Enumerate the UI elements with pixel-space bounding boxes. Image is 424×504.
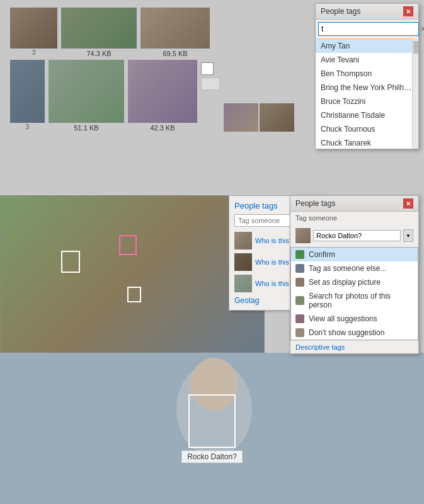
confirm-icon	[295, 249, 305, 260]
popup-2-close-button[interactable]: ✕	[403, 198, 413, 209]
set-display-label: Set as display picture	[309, 278, 381, 287]
tag-someone-else-icon	[295, 263, 305, 273]
photo-size-6: 42.3 KB	[150, 124, 175, 132]
search-icon-img	[295, 296, 304, 305]
photo-size-2: 74.3 KB	[86, 50, 111, 57]
ad-placeholder	[201, 77, 220, 90]
popup-2-header: People tags ✕	[290, 196, 418, 212]
popup-2-tag-row: Rocko Dalton? ▼	[290, 224, 418, 247]
face-box-1	[61, 251, 80, 273]
middle-section: People tags Who is this? Who is this? Wh…	[0, 195, 424, 353]
popup-1-search-box: ✕	[316, 20, 418, 38]
photo-count-1: 3	[32, 49, 36, 56]
checkbox-item[interactable]	[201, 62, 214, 75]
dropdown-container: Amy Tan Avie Tevani Ben Thompson Bring t…	[316, 38, 418, 149]
people-dropdown-list: Amy Tan Avie Tevani Ben Thompson Bring t…	[316, 38, 418, 149]
context-dont-show[interactable]: Don't show suggestion	[291, 326, 418, 340]
tag-icon-img	[295, 264, 304, 273]
view-suggestions-label: View all suggestions	[309, 314, 377, 323]
photo-thumb-3[interactable]	[140, 8, 210, 49]
view-suggestions-icon	[295, 314, 305, 324]
photo-item-5[interactable]: 51.1 KB	[49, 60, 124, 132]
popup-1-title: People tags	[321, 7, 360, 16]
who-is-this-3[interactable]: Who is this?	[255, 280, 293, 287]
who-is-this-1[interactable]: Who is this?	[255, 237, 293, 244]
descriptive-tags-link[interactable]: Descriptive tags	[290, 340, 418, 353]
people-tags-popup-1: People tags ✕ ✕ Amy Tan Avie Tevani Ben …	[315, 3, 419, 149]
dont-show-icon-img	[295, 328, 304, 337]
context-set-display[interactable]: Set as display picture	[291, 275, 418, 289]
suggestions-icon-img	[295, 314, 304, 323]
photo-thumb-5[interactable]	[49, 60, 124, 123]
photo-item-2[interactable]: 74.3 KB	[61, 8, 137, 57]
photo-thumb-2[interactable]	[61, 8, 137, 49]
dropdown-item-avie[interactable]: Avie Tevani	[316, 53, 418, 67]
context-confirm[interactable]: Confirm	[291, 248, 418, 261]
rocko-label: Rocko Dalton?	[181, 450, 243, 463]
search-clear-icon[interactable]: ✕	[420, 24, 424, 34]
popup-1-close-button[interactable]: ✕	[403, 6, 413, 16]
confirm-label: Confirm	[309, 250, 335, 259]
popup-2-title: People tags	[295, 199, 335, 208]
face-recognition-box: Rocko Dalton?	[181, 394, 243, 463]
main-photo-panel	[0, 195, 265, 353]
scrollbar[interactable]	[412, 38, 418, 149]
face-thumb-2	[234, 253, 252, 271]
context-menu: Confirm Tag as someone else... Set as di…	[290, 247, 418, 340]
who-is-this-2[interactable]: Who is this?	[255, 258, 293, 266]
photo-size-3: 69.5 KB	[163, 50, 187, 57]
confirm-icon-img	[295, 250, 304, 259]
photo-size-5: 51.1 KB	[74, 124, 98, 132]
people-tags-popup-2: People tags ✕ Tag someone Rocko Dalton? …	[290, 195, 419, 354]
dropdown-item-chuck-tan[interactable]: Chuck Tanarek	[316, 136, 418, 149]
dont-show-label: Don't show suggestion	[309, 328, 384, 337]
bottom-section: Rocko Dalton?	[0, 353, 424, 504]
small-thumb-2[interactable]	[260, 103, 294, 132]
dont-show-icon	[295, 328, 305, 338]
face-thumb-3	[234, 275, 252, 292]
face-box-2	[119, 235, 137, 255]
scrollbar-thumb[interactable]	[413, 41, 418, 54]
search-photos-icon	[295, 295, 305, 306]
display-icon-img	[295, 278, 304, 287]
face-detection-rect	[188, 394, 236, 448]
photo-count-4: 3	[26, 123, 30, 130]
small-thumbs	[224, 103, 294, 132]
extras-area	[201, 62, 220, 90]
dropdown-item-ben[interactable]: Ben Thompson	[316, 67, 418, 81]
context-view-suggestions[interactable]: View all suggestions	[291, 312, 418, 326]
face-box-3	[127, 287, 141, 302]
photo-item-6[interactable]: 42.3 KB	[128, 60, 197, 132]
dropdown-item-amy[interactable]: Amy Tan	[316, 39, 418, 53]
dropdown-arrow-icon[interactable]: ▼	[403, 229, 413, 242]
dropdown-item-chuck-t[interactable]: Chuck Tournous	[316, 122, 418, 136]
popup-1-titlebar: People tags ✕	[316, 4, 418, 20]
small-thumb-1[interactable]	[224, 103, 258, 132]
search-photos-label: Search for photos of this person	[309, 292, 413, 309]
photo-item-3[interactable]: 69.5 KB	[140, 8, 210, 57]
top-photo-section: 3 74.3 KB 69.5 KB 3 51.1 KB 42.3 KB	[0, 0, 424, 195]
dropdown-item-christianne[interactable]: Christianne Tisdale	[316, 108, 418, 122]
photo-thumb-6[interactable]	[128, 60, 197, 123]
context-search-photos[interactable]: Search for photos of this person	[291, 289, 418, 312]
tag-someone-else-label: Tag as someone else...	[309, 264, 386, 273]
photo-thumb-1[interactable]	[10, 8, 57, 49]
set-display-icon	[295, 277, 305, 287]
dropdown-item-bring[interactable]: Bring the New York Philha...	[316, 81, 418, 94]
photo-item-4[interactable]: 3	[10, 60, 45, 130]
context-tag-someone-else[interactable]: Tag as someone else...	[291, 261, 418, 275]
selected-person-display[interactable]: Rocko Dalton?	[313, 230, 401, 241]
popup-2-tag-label: Tag someone	[290, 212, 418, 224]
photo-thumb-4[interactable]	[10, 60, 45, 123]
dropdown-item-bruce[interactable]: Bruce Tozzini	[316, 94, 418, 108]
face-thumb-1	[234, 232, 252, 249]
photo-item-1[interactable]: 3	[10, 8, 57, 56]
people-tag-search-input[interactable]	[318, 22, 419, 36]
tag-avatar	[295, 228, 311, 243]
